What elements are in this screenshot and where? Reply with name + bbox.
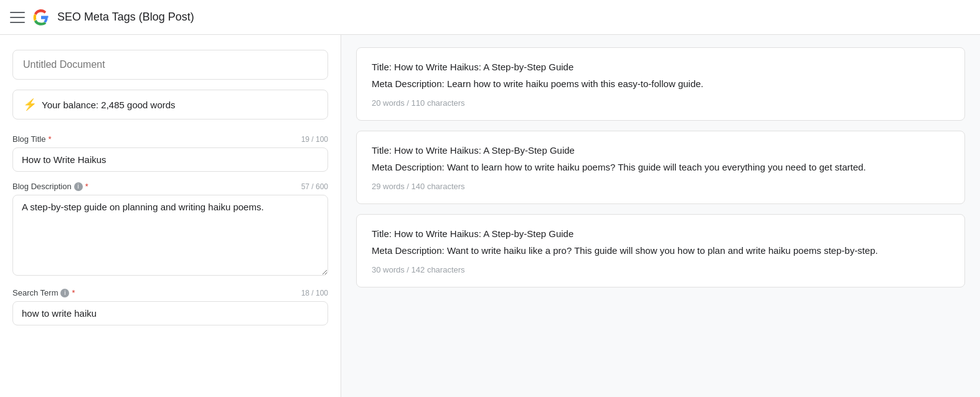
search-term-field-group: Search Term i * 18 / 100 — [12, 288, 328, 325]
result-stats: 20 words / 110 characters — [372, 98, 949, 108]
result-stats: 30 words / 142 characters — [372, 265, 949, 274]
search-term-input[interactable] — [12, 301, 328, 325]
result-meta: Meta Description: Want to learn how to w… — [372, 161, 949, 175]
blog-title-count: 19 / 100 — [301, 135, 328, 144]
left-panel: ⚡ Your balance: 2,485 good words Blog Ti… — [0, 35, 341, 397]
menu-icon[interactable] — [10, 10, 25, 25]
blog-title-label: Blog Title * — [12, 134, 52, 144]
blog-description-label: Blog Description i * — [12, 182, 88, 191]
blog-title-required: * — [48, 134, 51, 144]
document-title-input[interactable] — [12, 50, 328, 80]
lightning-icon: ⚡ — [23, 98, 37, 111]
blog-description-count: 57 / 600 — [301, 182, 328, 191]
blog-description-textarea[interactable]: A step-by-step guide on planning and wri… — [12, 195, 328, 276]
blog-description-required: * — [85, 182, 88, 191]
search-term-info-icon: i — [60, 289, 69, 297]
result-card[interactable]: Title: How to Write Haikus: A Step-by-St… — [356, 214, 965, 287]
main-content: ⚡ Your balance: 2,485 good words Blog Ti… — [0, 35, 980, 397]
result-card[interactable]: Title: How to Write Haikus: A Step-by-St… — [356, 47, 965, 121]
blog-description-field-group: Blog Description i * 57 / 600 A step-by-… — [12, 182, 328, 278]
search-term-required: * — [72, 288, 75, 297]
result-title: Title: How to Write Haikus: A Step-by-St… — [372, 60, 949, 75]
result-card[interactable]: Title: How to Write Haikus: A Step-By-St… — [356, 131, 965, 204]
blog-title-field-group: Blog Title * 19 / 100 — [12, 134, 328, 172]
page-title: SEO Meta Tags (Blog Post) — [57, 11, 194, 24]
right-panel: Title: How to Write Haikus: A Step-by-St… — [341, 35, 980, 397]
result-meta: Meta Description: Want to write haiku li… — [372, 244, 949, 258]
search-term-count: 18 / 100 — [301, 289, 328, 297]
blog-title-input[interactable] — [12, 147, 328, 172]
balance-text: Your balance: 2,485 good words — [42, 100, 176, 110]
blog-description-info-icon: i — [74, 182, 83, 191]
result-title: Title: How to Write Haikus: A Step-By-St… — [372, 144, 949, 158]
result-stats: 29 words / 140 characters — [372, 182, 949, 191]
google-logo — [32, 9, 50, 26]
app-header: SEO Meta Tags (Blog Post) — [0, 0, 980, 35]
result-meta: Meta Description: Learn how to write hai… — [372, 77, 949, 91]
result-title: Title: How to Write Haikus: A Step-by-St… — [372, 227, 949, 241]
blog-description-header: Blog Description i * 57 / 600 — [12, 182, 328, 191]
search-term-label: Search Term i * — [12, 288, 75, 297]
search-term-header: Search Term i * 18 / 100 — [12, 288, 328, 297]
balance-box: ⚡ Your balance: 2,485 good words — [12, 90, 328, 119]
blog-title-header: Blog Title * 19 / 100 — [12, 134, 328, 144]
